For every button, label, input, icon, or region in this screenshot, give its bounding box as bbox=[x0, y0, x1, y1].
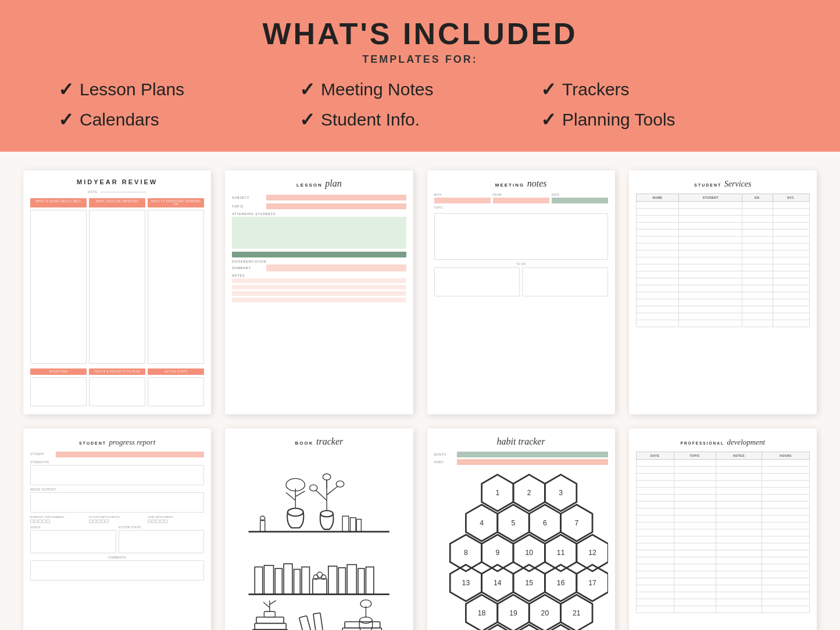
dot bbox=[93, 520, 96, 523]
dot bbox=[105, 520, 109, 523]
midyear-col-header-2: WHAT TO STOP/START WORKING ON bbox=[148, 198, 204, 207]
progress-title-small: STUDENT bbox=[79, 441, 106, 445]
profdev-title-big: development bbox=[727, 438, 765, 446]
midyear-bottom-header-1: TOPICS & PROJECTS TO PLAN bbox=[89, 368, 145, 375]
midyear-bottom-header-0: INTENTIONS bbox=[30, 368, 87, 375]
dot bbox=[148, 520, 151, 523]
dot bbox=[34, 520, 38, 523]
lesson-summary-label: SUMMARY bbox=[232, 266, 264, 270]
progress-needs-label: NEEDS SUPPORT bbox=[30, 488, 204, 491]
card-midyear-review: MIDYEAR REVIEW DATE WHAT IS GOING REALLY… bbox=[23, 170, 211, 414]
midyear-title: MIDYEAR REVIEW bbox=[30, 178, 204, 185]
card-book-tracker: BOOK tracker bbox=[225, 428, 413, 630]
svg-rect-21 bbox=[264, 565, 274, 594]
table-row bbox=[636, 522, 809, 529]
dot bbox=[97, 520, 101, 523]
svg-rect-17 bbox=[260, 520, 265, 531]
meeting-with-cell: WITH bbox=[434, 194, 491, 203]
svg-rect-34 bbox=[366, 567, 374, 594]
midyear-bottom-body bbox=[30, 377, 204, 406]
lesson-diff-label: DIFFERENTIATION bbox=[232, 260, 406, 263]
midyear-col-header-1: WHAT COULD BE IMPROVED bbox=[89, 198, 145, 207]
lesson-attending-field: ATTENDING STUDENTS bbox=[232, 212, 406, 249]
check-label-trackers: Trackers bbox=[562, 80, 630, 99]
progress-action-label: ACTION STEPS bbox=[119, 526, 205, 529]
midyear-bottom-cell-0 bbox=[30, 377, 87, 406]
student-svc-table: NAME STUDENT GR. SVC. bbox=[636, 194, 810, 327]
midyear-bottom-cell-2 bbox=[148, 377, 204, 406]
table-row bbox=[636, 223, 809, 230]
pd-col-hours: HOURS bbox=[762, 452, 810, 459]
meeting-bottom-left bbox=[434, 267, 520, 296]
table-row bbox=[636, 264, 809, 271]
meeting-date-cell: DATE bbox=[552, 194, 608, 203]
lesson-notes-rows bbox=[232, 278, 406, 302]
card-profdev: PROFESSIONAL development DATE TOPIC NOTE… bbox=[629, 428, 817, 630]
table-row bbox=[636, 599, 809, 606]
progress-student-label: STUDENT bbox=[30, 453, 53, 456]
profdev-table: DATE TOPIC NOTES HOURS bbox=[636, 452, 810, 613]
student-svc-title-big: Services bbox=[724, 180, 752, 188]
dot bbox=[101, 520, 105, 523]
lesson-subject-field: SUBJECT bbox=[232, 195, 406, 201]
lesson-topic-label: TOPIC bbox=[232, 205, 264, 208]
progress-goals-col: GOALS bbox=[30, 526, 116, 553]
table-row bbox=[636, 292, 809, 299]
meeting-date-label: DATE bbox=[552, 194, 608, 196]
check-label-lesson-plans: Lesson Plans bbox=[80, 80, 184, 99]
meeting-todo-label: TO DO bbox=[434, 263, 608, 266]
lesson-attending-label: ATTENDING STUDENTS bbox=[232, 212, 406, 216]
svg-rect-36 bbox=[255, 623, 286, 629]
table-row bbox=[636, 306, 809, 313]
dot bbox=[42, 520, 46, 523]
lesson-subject-label: SUBJECT bbox=[232, 196, 264, 199]
svg-text:7: 7 bbox=[574, 518, 578, 527]
svg-rect-20 bbox=[255, 567, 262, 594]
progress-rating-1: EFFORT/PARTICIPATION bbox=[89, 516, 145, 523]
pd-col-notes: NOTES bbox=[716, 452, 762, 459]
lesson-plan-title: LESSON plan bbox=[232, 178, 406, 189]
svg-text:8: 8 bbox=[464, 549, 468, 557]
table-row bbox=[636, 578, 809, 585]
book-tracker-svg bbox=[241, 457, 397, 630]
lesson-summary-input bbox=[266, 264, 406, 271]
card-lesson-plan: LESSON plan SUBJECT TOPIC ATTENDING STUD… bbox=[225, 170, 413, 414]
lesson-summary-row: SUMMARY bbox=[232, 264, 406, 271]
svg-rect-31 bbox=[339, 567, 346, 594]
header-banner: WHAT'S INCLUDED TEMPLATES FOR: ✓ Lesson … bbox=[0, 0, 840, 152]
table-row bbox=[636, 271, 809, 278]
dot bbox=[47, 520, 50, 523]
meeting-with-label: WITH bbox=[434, 194, 491, 196]
svg-point-9 bbox=[310, 485, 317, 491]
table-row bbox=[636, 529, 809, 536]
midyear-col-header-0: WHAT IS GOING REALLY WELL bbox=[30, 198, 87, 207]
svg-text:21: 21 bbox=[573, 609, 581, 617]
habit-hexagons: 1 2 3 4 bbox=[434, 467, 608, 630]
lesson-topic-field: TOPIC bbox=[232, 203, 406, 209]
svg-rect-26 bbox=[313, 578, 327, 594]
check-meeting-notes: ✓ Meeting Notes bbox=[299, 76, 541, 103]
meeting-title-small: MEETING bbox=[495, 182, 524, 188]
meeting-topic: TOPIC bbox=[434, 206, 608, 210]
svg-line-40 bbox=[263, 602, 270, 607]
book-title-big: tracker bbox=[316, 436, 343, 446]
book-title-small: BOOK bbox=[295, 441, 314, 446]
meeting-from-cell: FROM bbox=[493, 194, 549, 203]
svg-point-46 bbox=[360, 617, 373, 623]
midyear-cell-0 bbox=[30, 210, 87, 364]
ss-col-svc: SVC. bbox=[773, 194, 809, 202]
ss-col-gr: GR. bbox=[742, 194, 773, 202]
dot bbox=[160, 520, 163, 523]
checkmark-icon: ✓ bbox=[299, 109, 315, 131]
table-row bbox=[636, 466, 809, 473]
svg-rect-38 bbox=[264, 611, 276, 617]
habit-habit-row: HABIT bbox=[434, 459, 608, 465]
svg-line-41 bbox=[270, 600, 276, 604]
svg-rect-22 bbox=[275, 568, 282, 594]
table-row bbox=[636, 515, 809, 522]
svg-rect-24 bbox=[294, 569, 301, 594]
pd-col-date: DATE bbox=[636, 452, 674, 459]
progress-action-col: ACTION STEPS bbox=[119, 526, 205, 553]
card-habit-tracker: habit tracker MONTH HABIT 1 bbox=[427, 428, 615, 630]
table-row bbox=[636, 244, 809, 250]
